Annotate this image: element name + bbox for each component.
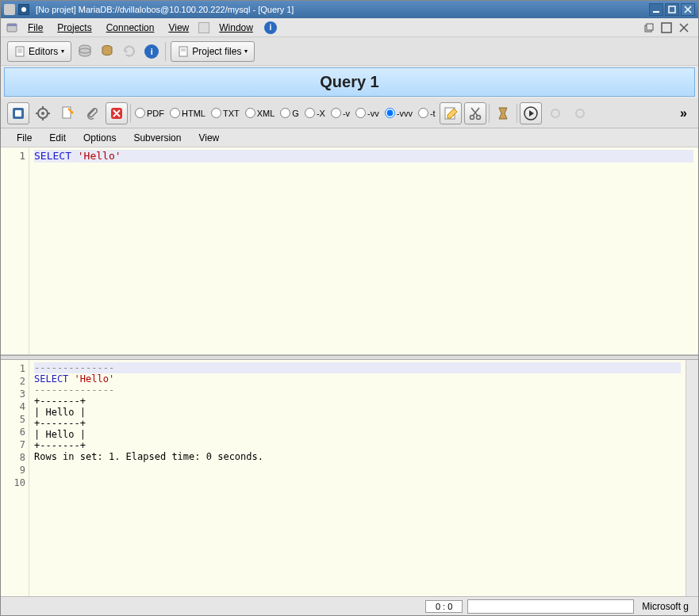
attach-button[interactable] [81,102,103,124]
svg-rect-7 [662,23,671,33]
close-button[interactable] [681,3,695,16]
toolbar-separator [165,42,166,61]
app-menu-icon [6,21,18,34]
chevron-down-icon: ▾ [61,48,64,55]
query-banner: Query 1 [4,67,695,97]
result-line: -------------- [34,362,114,373]
timer-button[interactable] [492,102,514,124]
maximize-button[interactable] [665,3,679,16]
line-number: 6 [1,426,25,438]
editor-menu-subversion[interactable]: Subversion [125,130,189,146]
run-button[interactable] [520,102,542,124]
line-number: 10 [1,476,25,489]
radio-t[interactable]: -t [417,108,437,118]
radio-g[interactable]: G [278,108,301,118]
minimize-button[interactable] [649,3,663,16]
svg-rect-6 [647,24,653,30]
document-icon [178,46,189,57]
line-number: 7 [1,438,25,451]
line-number: 5 [1,413,25,426]
radio-txt[interactable]: TXT [209,108,241,118]
open-button[interactable] [7,102,29,124]
svg-point-22 [41,112,44,115]
main-menubar: File Projects Connection View Window i [1,18,698,37]
project-files-dropdown[interactable]: Project files ▾ [171,41,255,62]
svg-rect-4 [7,24,17,26]
editors-dropdown[interactable]: Editors ▾ [7,41,71,62]
pin-icon[interactable] [18,4,29,15]
cursor-position: 0 : 0 [425,600,463,613]
radio-pdf[interactable]: PDF [133,108,166,118]
results-body[interactable]: -------------- SELECT 'Hello' ----------… [29,360,686,596]
menu-file[interactable]: File [21,20,49,36]
svg-point-36 [576,109,584,117]
info-icon[interactable]: i [264,21,277,34]
editor-menu-edit[interactable]: Edit [41,130,74,146]
sql-keyword: SELECT [34,150,71,162]
results-pane: 1 2 3 4 5 6 7 8 9 10 -------------- SELE… [1,360,698,596]
svg-point-35 [551,109,559,117]
sql-keyword: SELECT [34,373,68,385]
result-line: Rows in set: 1. Elapsed time: 0 seconds. [34,451,263,462]
maximize-child-icon[interactable] [660,21,673,34]
window-controls [649,3,695,16]
svg-rect-1 [653,11,659,13]
svg-rect-2 [669,6,675,13]
status-search-input[interactable] [467,599,634,614]
radio-v[interactable]: -v [329,108,351,118]
edit-button[interactable] [440,102,462,124]
menu-view[interactable]: View [162,20,195,36]
svg-point-0 [21,7,26,12]
status-bar: 0 : 0 Microsoft g [1,596,698,615]
line-number: 3 [1,388,25,400]
status-right-text: Microsoft g [639,601,692,612]
refresh-icon [121,43,138,60]
document-icon [14,46,25,57]
main-toolbar: Editors ▾ i Project files ▾ [1,37,698,66]
editors-label: Editors [29,46,58,57]
line-number: 1 [1,150,25,163]
radio-html[interactable]: HTML [168,108,207,118]
radio-vv[interactable]: -vv [354,108,381,118]
restore-child-icon[interactable] [643,21,655,34]
svg-rect-16 [179,47,187,56]
menu-projects[interactable]: Projects [51,20,98,36]
result-line: +-------+ [34,396,86,407]
vertical-scrollbar[interactable] [686,360,698,596]
menu-connection[interactable]: Connection [100,20,161,36]
delete-button[interactable] [106,102,128,124]
database-icon[interactable] [76,43,94,60]
cut-button[interactable] [464,102,486,124]
window-title: [No projet] MariaDB://dvillalobos@10.100… [33,5,646,14]
results-gutter: 1 2 3 4 5 6 7 8 9 10 [1,360,29,596]
toolbar-separator [489,104,490,123]
radio-x[interactable]: -X [303,108,327,118]
settings-button[interactable] [32,102,54,124]
sql-editor[interactable]: 1 SELECT 'Hello' [1,147,698,355]
query-toolbar: PDF HTML TXT XML G -X -v -vv -vvv -t » [1,98,698,128]
result-line: +-------+ [34,418,86,429]
line-number: 8 [1,451,25,464]
radio-vvv[interactable]: -vvv [383,108,414,118]
close-child-icon[interactable] [678,21,690,34]
radio-xml[interactable]: XML [244,108,277,118]
editor-menu-options[interactable]: Options [75,130,124,146]
titlebar: [No projet] MariaDB://dvillalobos@10.100… [1,1,698,18]
toolbar-overflow[interactable]: » [675,106,692,121]
editor-gutter: 1 [1,147,29,354]
menubar-right-icons [643,21,693,34]
about-icon[interactable]: i [143,43,160,60]
menu-window[interactable]: Window [213,20,259,36]
editor-menu-file[interactable]: File [9,130,40,146]
result-line: +-------+ [34,440,86,451]
new-query-button[interactable] [56,102,79,124]
line-number: 9 [1,464,25,476]
editor-menubar: File Edit Options Subversion View [1,128,698,147]
sql-string: 'Hello' [78,150,121,162]
gear1-button [544,102,566,124]
line-number: 2 [1,375,25,388]
save-sql-icon[interactable] [98,43,116,60]
chevron-down-icon: ▾ [244,48,248,55]
editor-menu-view[interactable]: View [190,130,227,146]
editor-body[interactable]: SELECT 'Hello' [29,147,698,354]
